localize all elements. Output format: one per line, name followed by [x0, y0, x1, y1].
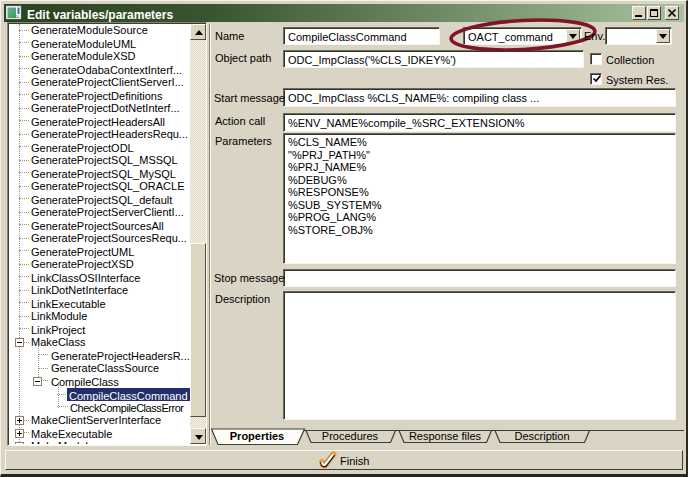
svg-text:Properties: Properties: [230, 430, 284, 442]
svg-text:Procedures: Procedures: [322, 430, 379, 442]
svg-text:Description: Description: [514, 430, 569, 442]
svg-text:Response files: Response files: [409, 430, 482, 442]
